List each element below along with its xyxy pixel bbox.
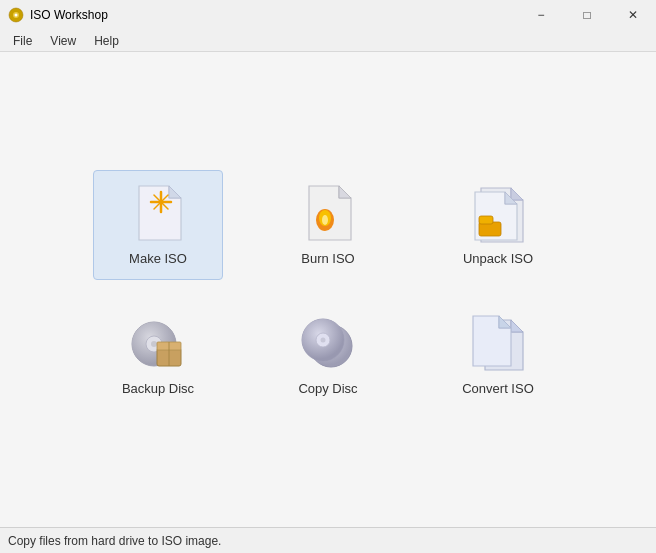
title-bar-left: ISO Workshop <box>8 7 108 23</box>
title-bar-title: ISO Workshop <box>30 8 108 22</box>
svg-rect-19 <box>479 216 493 224</box>
grid-item-copy-disc[interactable]: Copy Disc <box>263 300 393 410</box>
app-icon <box>8 7 24 23</box>
menu-file[interactable]: File <box>4 31 41 51</box>
burn-iso-label: Burn ISO <box>301 251 354 266</box>
convert-iso-icon <box>468 313 528 373</box>
grid-item-convert-iso[interactable]: Convert ISO <box>433 300 563 410</box>
svg-marker-10 <box>339 186 351 198</box>
main-content: Make ISO Burn ISO <box>0 52 656 527</box>
make-iso-label: Make ISO <box>129 251 187 266</box>
svg-point-13 <box>322 215 328 225</box>
make-iso-icon <box>128 183 188 243</box>
status-bar: Copy files from hard drive to ISO image. <box>0 527 656 553</box>
grid-item-backup-disc[interactable]: Backup Disc <box>93 300 223 410</box>
grid-item-burn-iso[interactable]: Burn ISO <box>263 170 393 280</box>
grid-item-unpack-iso[interactable]: Unpack ISO <box>433 170 563 280</box>
svg-marker-4 <box>169 186 181 198</box>
svg-marker-15 <box>511 188 523 200</box>
menu-help[interactable]: Help <box>85 31 128 51</box>
copy-disc-icon <box>298 313 358 373</box>
burn-iso-icon <box>298 183 358 243</box>
unpack-iso-label: Unpack ISO <box>463 251 533 266</box>
backup-disc-icon <box>128 313 188 373</box>
maximize-button[interactable]: □ <box>564 0 610 30</box>
close-button[interactable]: ✕ <box>610 0 656 30</box>
svg-marker-36 <box>511 320 523 332</box>
copy-disc-label: Copy Disc <box>298 381 357 396</box>
convert-iso-label: Convert ISO <box>462 381 534 396</box>
svg-point-34 <box>321 338 326 343</box>
unpack-iso-icon <box>468 183 528 243</box>
title-bar: ISO Workshop − □ ✕ <box>0 0 656 30</box>
svg-point-23 <box>151 341 157 347</box>
grid-item-make-iso[interactable]: Make ISO <box>93 170 223 280</box>
backup-disc-label: Backup Disc <box>122 381 194 396</box>
svg-point-2 <box>15 14 18 17</box>
title-bar-controls: − □ ✕ <box>518 0 656 30</box>
menu-view[interactable]: View <box>41 31 85 51</box>
minimize-button[interactable]: − <box>518 0 564 30</box>
action-grid: Make ISO Burn ISO <box>73 150 583 430</box>
status-text: Copy files from hard drive to ISO image. <box>8 534 221 548</box>
menu-bar: File View Help <box>0 30 656 52</box>
